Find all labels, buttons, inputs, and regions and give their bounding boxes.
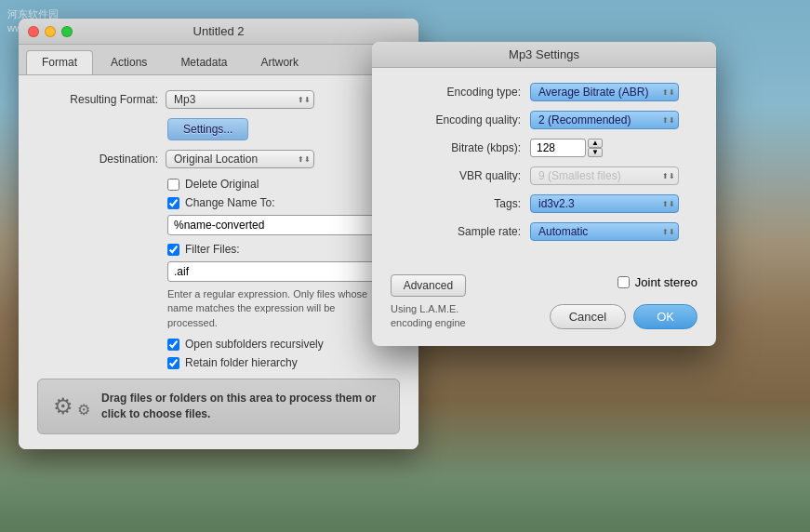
delete-original-checkbox[interactable]	[167, 179, 179, 191]
filter-files-checkbox[interactable]	[167, 244, 179, 256]
mp3-settings-dialog: Mp3 Settings Encoding type: Average Bitr…	[372, 42, 716, 346]
joint-stereo-row: Joint stereo	[617, 275, 697, 289]
settings-button[interactable]: Settings...	[167, 118, 248, 140]
bitrate-label: Bitrate (kbps):	[391, 141, 521, 154]
dialog-content: Encoding type: Average Bitrate (ABR) Enc…	[372, 68, 716, 265]
encoding-type-row: Encoding type: Average Bitrate (ABR)	[391, 83, 697, 101]
main-window: Untitled 2 Format Actions Metadata Artwo…	[19, 19, 418, 449]
encoding-type-label: Encoding type:	[391, 86, 521, 99]
dialog-title: Mp3 Settings	[509, 47, 579, 61]
tags-select-wrapper: id3v2.3	[530, 194, 679, 213]
encoding-quality-row: Encoding quality: 2 (Recommended)	[391, 111, 697, 129]
main-content: Resulting Format: Mp3 Settings... Destin…	[19, 75, 418, 449]
encoding-quality-select-wrapper: 2 (Recommended)	[530, 111, 679, 129]
retain-folder-checkbox[interactable]	[167, 357, 179, 369]
window-title: Untitled 2	[193, 24, 245, 38]
tags-row: Tags: id3v2.3	[391, 194, 697, 213]
change-name-checkbox[interactable]	[167, 197, 179, 209]
filter-help-text: Enter a regular expression. Only files w…	[167, 287, 381, 330]
settings-button-row: Settings...	[37, 118, 400, 140]
change-name-label: Change Name To:	[185, 196, 275, 209]
dialog-title-bar: Mp3 Settings	[372, 42, 716, 68]
tab-metadata[interactable]: Metadata	[165, 50, 243, 74]
sample-rate-select[interactable]: Automatic	[530, 222, 679, 241]
title-bar: Untitled 2	[19, 19, 418, 45]
filter-files-label: Filter Files:	[185, 243, 240, 256]
resulting-format-select[interactable]: Mp3	[166, 90, 314, 109]
advanced-button[interactable]: Advanced	[391, 274, 466, 297]
gear-icon-small: ⚙	[77, 401, 90, 419]
tags-select[interactable]: id3v2.3	[530, 194, 679, 213]
dialog-buttons: Cancel OK	[550, 304, 697, 329]
sample-rate-row: Sample rate: Automatic	[391, 222, 697, 241]
open-subfolders-label: Open subfolders recursively	[185, 338, 324, 351]
encoding-quality-label: Encoding quality:	[391, 113, 521, 126]
lame-text-line1: Using L.A.M.E.	[391, 302, 466, 316]
tabs-bar: Format Actions Metadata Artwork	[19, 45, 418, 75]
resulting-format-row: Resulting Format: Mp3	[37, 90, 400, 109]
maximize-button[interactable]	[61, 26, 73, 37]
drop-area[interactable]: ⚙ ⚙ Drag files or folders on this area t…	[37, 379, 400, 434]
bitrate-row: Bitrate (kbps): ▲ ▼	[391, 139, 697, 157]
lame-text-line2: encoding engine	[391, 316, 466, 330]
bitrate-decrement[interactable]: ▼	[588, 148, 603, 157]
vbr-quality-select: 9 (Smallest files)	[530, 166, 679, 185]
change-name-input[interactable]	[167, 215, 381, 235]
traffic-lights	[28, 26, 73, 37]
encoding-quality-select[interactable]: 2 (Recommended)	[530, 111, 679, 129]
vbr-quality-select-wrapper: 9 (Smallest files)	[530, 166, 679, 185]
ok-button[interactable]: OK	[633, 304, 697, 329]
tab-artwork[interactable]: Artwork	[245, 50, 314, 74]
retain-folder-label: Retain folder hierarchy	[185, 356, 298, 369]
cancel-button[interactable]: Cancel	[550, 304, 626, 329]
dialog-bottom: Advanced Using L.A.M.E. encoding engine …	[372, 265, 716, 346]
bitrate-stepper: ▲ ▼	[588, 139, 603, 157]
delete-original-label: Delete Original	[185, 178, 259, 191]
tags-label: Tags:	[391, 197, 521, 210]
bitrate-input-wrapper: ▲ ▼	[530, 139, 603, 157]
destination-select-wrapper: Original Location	[166, 150, 314, 168]
vbr-quality-label: VBR quality:	[391, 169, 521, 182]
sample-rate-select-wrapper: Automatic	[530, 222, 679, 241]
bitrate-increment[interactable]: ▲	[588, 139, 603, 148]
tab-actions[interactable]: Actions	[95, 50, 163, 74]
change-name-row: Change Name To:	[37, 196, 400, 209]
retain-folder-row: Retain folder hierarchy	[37, 356, 400, 369]
close-button[interactable]	[28, 26, 39, 37]
gear-icon-large: ⚙	[53, 393, 73, 419]
resulting-format-label: Resulting Format:	[37, 93, 158, 106]
encoding-type-select-wrapper: Average Bitrate (ABR)	[530, 83, 679, 101]
bitrate-input[interactable]	[530, 139, 586, 157]
delete-original-row: Delete Original	[37, 178, 400, 191]
resulting-format-select-wrapper: Mp3	[166, 90, 314, 109]
drop-area-text: Drag files or folders on this area to pr…	[101, 391, 384, 422]
open-subfolders-checkbox[interactable]	[167, 339, 179, 351]
vbr-quality-row: VBR quality: 9 (Smallest files)	[391, 166, 697, 185]
destination-select[interactable]: Original Location	[166, 150, 314, 168]
destination-row: Destination: Original Location	[37, 150, 400, 168]
open-subfolders-row: Open subfolders recursively	[37, 338, 400, 351]
advanced-section: Advanced Using L.A.M.E. encoding engine	[391, 274, 466, 331]
joint-stereo-label: Joint stereo	[635, 275, 697, 289]
tab-format[interactable]: Format	[26, 50, 93, 74]
minimize-button[interactable]	[45, 26, 56, 37]
filter-files-row: Filter Files:	[37, 243, 400, 256]
joint-stereo-checkbox[interactable]	[617, 276, 630, 288]
gear-icons: ⚙ ⚙	[53, 393, 90, 419]
lame-text: Using L.A.M.E. encoding engine	[391, 302, 466, 331]
sample-rate-label: Sample rate:	[391, 225, 521, 238]
encoding-type-select[interactable]: Average Bitrate (ABR)	[530, 83, 679, 101]
destination-label: Destination:	[37, 153, 158, 166]
filter-files-input[interactable]	[167, 261, 381, 282]
